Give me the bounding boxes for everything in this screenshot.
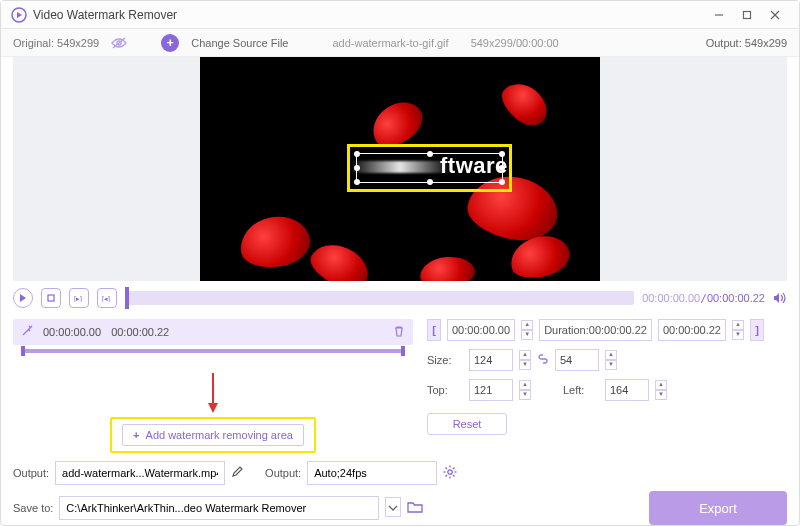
saveto-label: Save to: bbox=[13, 502, 53, 514]
info-bar: Original: 549x299 + Change Source File a… bbox=[1, 29, 799, 57]
maximize-button[interactable] bbox=[733, 5, 761, 25]
top-input[interactable] bbox=[469, 379, 513, 401]
range-start-field[interactable]: 00:00:00.00 bbox=[447, 319, 515, 341]
open-folder-icon[interactable] bbox=[407, 501, 423, 515]
add-watermark-label: Add watermark removing area bbox=[146, 429, 293, 441]
stop-button[interactable] bbox=[41, 288, 61, 308]
minimize-button[interactable] bbox=[705, 5, 733, 25]
segment-start: 00:00:00.00 bbox=[43, 326, 101, 338]
output-format-label: Output: bbox=[265, 467, 301, 479]
bottom-bar: Output: Output: Save to: Export bbox=[13, 461, 787, 525]
size-height-input[interactable] bbox=[555, 349, 599, 371]
left-input[interactable] bbox=[605, 379, 649, 401]
top-spinner[interactable]: ▲▼ bbox=[519, 380, 531, 400]
lower-panel: 00:00:00.00 00:00:00.22 + Add watermark … bbox=[13, 319, 787, 455]
saveto-path-input[interactable] bbox=[59, 496, 379, 520]
original-resolution: Original: 549x299 bbox=[13, 37, 99, 49]
set-end-button[interactable]: ] bbox=[750, 319, 764, 341]
range-end-spinner[interactable]: ▲▼ bbox=[732, 320, 744, 340]
visibility-toggle-icon[interactable] bbox=[111, 37, 127, 49]
svg-point-11 bbox=[448, 470, 452, 474]
step-back-button[interactable]: [▸] bbox=[69, 288, 89, 308]
size-label: Size: bbox=[427, 354, 463, 366]
svg-rect-7 bbox=[48, 295, 54, 301]
output-resolution: Output: 549x299 bbox=[706, 37, 787, 49]
seek-head[interactable] bbox=[125, 287, 129, 309]
segments-panel: 00:00:00.00 00:00:00.22 + Add watermark … bbox=[13, 319, 413, 455]
seek-bar[interactable] bbox=[125, 291, 634, 305]
size-width-input[interactable] bbox=[469, 349, 513, 371]
set-start-button[interactable]: [ bbox=[427, 319, 441, 341]
wand-icon bbox=[21, 325, 33, 339]
titlebar: Video Watermark Remover bbox=[1, 1, 799, 29]
output-format-input[interactable] bbox=[307, 461, 437, 485]
segment-timeline[interactable] bbox=[21, 349, 405, 353]
top-label: Top: bbox=[427, 384, 463, 396]
export-button[interactable]: Export bbox=[649, 491, 787, 525]
saveto-dropdown[interactable] bbox=[385, 497, 401, 519]
play-button[interactable] bbox=[13, 288, 33, 308]
size-row: Size: ▲▼ ▲▼ bbox=[427, 349, 787, 371]
svg-text:[▸]: [▸] bbox=[74, 295, 82, 302]
range-end-field[interactable]: 00:00:00.22 bbox=[658, 319, 726, 341]
segment-end: 00:00:00.22 bbox=[111, 326, 169, 338]
guide-arrow bbox=[13, 353, 413, 415]
close-button[interactable] bbox=[761, 5, 789, 25]
link-aspect-icon[interactable] bbox=[537, 353, 549, 367]
svg-text:[◂]: [◂] bbox=[102, 295, 110, 302]
edit-filename-icon[interactable] bbox=[231, 466, 243, 480]
properties-panel: [ 00:00:00.00 ▲▼ Duration:00:00:00.22 00… bbox=[427, 319, 787, 455]
app-title: Video Watermark Remover bbox=[33, 8, 177, 22]
plus-icon: + bbox=[133, 429, 139, 441]
svg-line-17 bbox=[453, 475, 455, 477]
output-label: Output: bbox=[13, 467, 49, 479]
delete-segment-button[interactable] bbox=[393, 325, 405, 339]
size-width-spinner[interactable]: ▲▼ bbox=[519, 350, 531, 370]
settings-icon[interactable] bbox=[443, 465, 457, 481]
source-filename: add-watermark-to-gif.gif bbox=[332, 37, 448, 49]
change-source-link[interactable]: Change Source File bbox=[191, 37, 288, 49]
video-preview[interactable]: ftware bbox=[200, 57, 600, 281]
svg-rect-2 bbox=[744, 11, 751, 18]
svg-rect-20 bbox=[386, 498, 401, 517]
svg-line-16 bbox=[446, 468, 448, 470]
left-label: Left: bbox=[563, 384, 599, 396]
position-row: Top: ▲▼ Left: ▲▼ bbox=[427, 379, 787, 401]
svg-line-19 bbox=[446, 475, 448, 477]
add-watermark-area-button[interactable]: + Add watermark removing area bbox=[110, 417, 316, 453]
reset-button[interactable]: Reset bbox=[427, 413, 507, 435]
app-logo-icon bbox=[11, 7, 27, 23]
duration-field[interactable]: Duration:00:00:00.22 bbox=[539, 319, 652, 341]
output-filename-input[interactable] bbox=[55, 461, 225, 485]
watermark-selection[interactable] bbox=[347, 144, 512, 192]
step-forward-button[interactable]: [◂] bbox=[97, 288, 117, 308]
svg-line-18 bbox=[453, 468, 455, 470]
preview-container: ftware bbox=[13, 57, 787, 281]
volume-icon[interactable] bbox=[773, 292, 787, 304]
add-source-button[interactable]: + bbox=[161, 34, 179, 52]
playback-time: 00:00:00.00/00:00:00.22 bbox=[642, 292, 765, 305]
time-range-row: [ 00:00:00.00 ▲▼ Duration:00:00:00.22 00… bbox=[427, 319, 787, 341]
segment-row[interactable]: 00:00:00.00 00:00:00.22 bbox=[13, 319, 413, 345]
range-start-spinner[interactable]: ▲▼ bbox=[521, 320, 533, 340]
app-window: Video Watermark Remover Original: 549x29… bbox=[0, 0, 800, 526]
left-spinner[interactable]: ▲▼ bbox=[655, 380, 667, 400]
playback-bar: [▸] [◂] 00:00:00.00/00:00:00.22 bbox=[13, 283, 787, 313]
source-timing: 549x299/00:00:00 bbox=[471, 37, 559, 49]
size-height-spinner[interactable]: ▲▼ bbox=[605, 350, 617, 370]
